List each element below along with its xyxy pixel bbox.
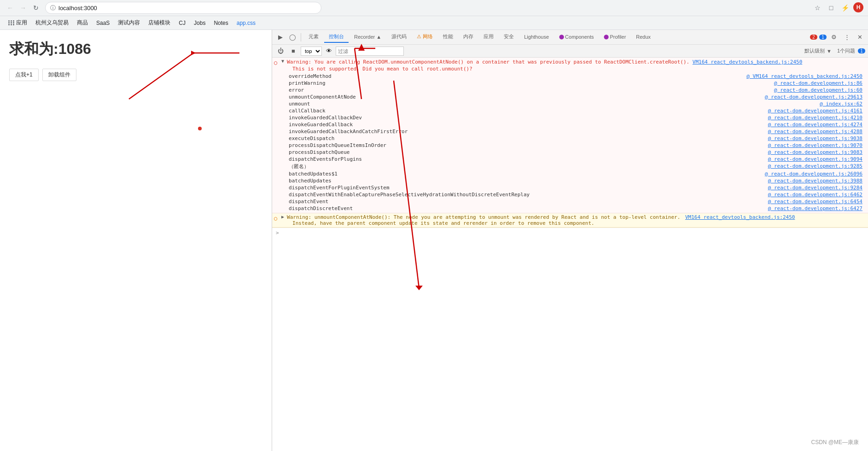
stack-row-8: invokeGuardedCallback @ react-dom.develo… [287, 121, 866, 128]
stack-source-3[interactable]: @ react-dom.development.js:60 [774, 87, 866, 93]
back-button[interactable]: ← [5, 2, 16, 13]
console-settings-button[interactable]: ■ [288, 46, 299, 57]
stack-row-10: executeDispatch @ react-dom.development.… [287, 135, 866, 142]
forward-button[interactable]: → [17, 2, 29, 13]
address-bar[interactable]: ⓘ localhost:3000 [45, 2, 321, 14]
browser-actions: ☆ □ ⚡ H [812, 2, 863, 13]
profile-button[interactable]: H [853, 2, 863, 12]
tab-network[interactable]: ⚠ 网络 [412, 31, 437, 43]
bookmark-appcss-label: app.css [237, 20, 256, 26]
close-devtools-button[interactable]: ✕ [854, 32, 865, 43]
apps-icon [8, 20, 15, 26]
stack-source-16[interactable]: @ react-dom.development.js:3988 [768, 178, 866, 184]
stack-source-18[interactable]: @ react-dom.development.js:6462 [768, 192, 866, 198]
stack-row-5: unmount @ index.jsx:62 [287, 100, 866, 107]
tab-elements[interactable]: 元素 [304, 31, 323, 43]
more-options-button[interactable]: ⋮ [841, 32, 852, 43]
bookmark-products[interactable]: 商品 [73, 18, 92, 28]
stack-row-11: processDispatchQueueItemsInOrder @ react… [287, 142, 866, 149]
stack-source-11[interactable]: @ react-dom.development.js:9070 [768, 142, 866, 148]
bookmark-cj[interactable]: CJ [175, 18, 189, 28]
lock-icon: ⓘ [50, 4, 56, 12]
extension-button[interactable]: ⚡ [839, 2, 851, 13]
stack-row-13: dispatchEventsForPlugins @ react-dom.dev… [287, 156, 866, 163]
devtools-device-button[interactable]: ◯ [287, 32, 298, 43]
tab-redux[interactable]: Redux [631, 32, 655, 42]
stack-source-15[interactable]: @ react-dom.development.js:26096 [765, 171, 866, 177]
stack-source-10[interactable]: @ react-dom.development.js:9038 [768, 135, 866, 141]
reload-button[interactable]: ↻ [30, 2, 41, 13]
devtools-toolbar: ▶ ◯ 元素 控制台 Recorder ▲ 源代码 ⚠ 网络 性能 内存 应用 … [272, 30, 868, 45]
bookmark-test-label: 测试内容 [118, 19, 140, 27]
tab-sources[interactable]: 源代码 [387, 31, 411, 43]
stack-source-20[interactable]: @ react-dom.development.js:6427 [768, 205, 866, 211]
bookmark-yiwu[interactable]: 杭州义乌贸易 [32, 18, 72, 28]
stack-source-4[interactable]: @ react-dom.development.js:29613 [765, 94, 866, 100]
stack-row-12: processDispatchQueue @ react-dom.develop… [287, 149, 866, 156]
bookmark-jobs[interactable]: Jobs [190, 18, 209, 28]
expand-arrow-1[interactable]: ▼ [281, 59, 284, 212]
tab-performance[interactable]: 性能 [438, 31, 458, 43]
stack-trace-1: overrideMethod @ VM164 react_devtools_ba… [287, 73, 866, 212]
warning-main-text: Warning: unmountComponentAtNode(): The n… [287, 214, 866, 220]
tab-application[interactable]: 应用 [479, 31, 498, 43]
stack-source-9[interactable]: @ react-dom.development.js:4288 [768, 129, 866, 135]
clear-console-button[interactable]: ⏻ [275, 46, 286, 57]
stack-source-13[interactable]: @ react-dom.development.js:9094 [768, 156, 866, 162]
error-source-main[interactable]: VM164 react_devtools_backend.js:2450 [693, 59, 806, 65]
stack-source-12[interactable]: @ react-dom.development.js:9083 [768, 149, 866, 155]
prompt-icon: > [276, 230, 279, 236]
expand-arrow-2[interactable]: ▶ [281, 214, 284, 226]
stack-row-9: invokeGuardedCallbackAndCatchFirstError … [287, 128, 866, 135]
warning-content-1: Warning: unmountComponentAtNode(): The n… [285, 214, 868, 226]
unmount-button[interactable]: 卸载组件 [42, 69, 76, 81]
stack-source-5[interactable]: @ index.jsx:62 [820, 101, 866, 107]
bookmark-saas[interactable]: SaaS [93, 18, 113, 28]
bookmark-store[interactable]: 店铺模块 [145, 18, 174, 28]
nav-buttons: ← → ↻ [5, 2, 41, 13]
stack-source-6[interactable]: @ react-dom.development.js:4161 [768, 108, 866, 114]
settings-button[interactable]: ⚙ [828, 32, 839, 43]
error-main-text-1: Warning: You are calling ReactDOM.unmoun… [287, 59, 866, 65]
error-content-1: Warning: You are calling ReactDOM.unmoun… [285, 59, 868, 212]
bookmark-notes[interactable]: Notes [210, 18, 232, 28]
stack-source-1[interactable]: @ VM164 react_devtools_backend.js:2450 [746, 73, 866, 79]
stack-row-17: dispatchEventForPluginEventSystem @ reac… [287, 184, 866, 191]
devtools-toolbar2: ⏻ ■ top 👁 默认级别 ▼ 1个问题 1 [272, 45, 868, 58]
stack-source-19[interactable]: @ react-dom.development.js:6454 [768, 199, 866, 205]
stack-source-2[interactable]: @ react-dom.development.js:86 [774, 80, 866, 86]
console-prompt: > [272, 228, 868, 238]
stack-row-18: dispatchEventWithEnableCapturePhaseSelec… [287, 191, 866, 198]
eye-button[interactable]: 👁 [324, 46, 334, 56]
stack-source-14[interactable]: @ react-dom.development.js:9285 [768, 163, 866, 170]
tab-profiler[interactable]: ⬤ Profiler [599, 32, 630, 42]
stack-source-7[interactable]: @ react-dom.development.js:4210 [768, 115, 866, 121]
devtools-inspect-button[interactable]: ▶ [275, 32, 286, 43]
tab-lighthouse[interactable]: Lighthouse [519, 32, 553, 42]
stack-row-4: unmountComponentAtNode @ react-dom.devel… [287, 94, 866, 100]
warning-count-badge: 1 [819, 35, 827, 40]
bookmark-test[interactable]: 测试内容 [114, 18, 144, 28]
tab-security[interactable]: 安全 [499, 31, 518, 43]
screen-capture-button[interactable]: □ [826, 2, 837, 13]
browser-chrome: ← → ↻ ⓘ localhost:3000 ☆ □ ⚡ H [0, 0, 868, 16]
bookmark-appcss[interactable]: app.css [233, 18, 259, 28]
warning-entry-1: ○ ▶ Warning: unmountComponentAtNode(): T… [272, 213, 868, 228]
stack-source-17[interactable]: @ react-dom.development.js:9284 [768, 185, 866, 191]
tab-components[interactable]: ⬤ Components [554, 32, 598, 42]
tab-memory[interactable]: 内存 [459, 31, 478, 43]
tab-recorder[interactable]: Recorder ▲ [350, 32, 386, 42]
warning-source[interactable]: VM164 react_devtools_backend.js:2450 [685, 214, 795, 220]
stack-row-6: callCallback @ react-dom.development.js:… [287, 107, 866, 114]
button-group: 点我+1 卸载组件 [9, 69, 262, 81]
tab-console[interactable]: 控制台 [324, 31, 349, 43]
stack-source-8[interactable]: @ react-dom.development.js:4274 [768, 122, 866, 128]
bookmark-yiwu-label: 杭州义乌贸易 [35, 19, 69, 27]
stack-row-1: overrideMethod @ VM164 react_devtools_ba… [287, 73, 866, 80]
level-select[interactable]: top [301, 47, 322, 56]
increment-button[interactable]: 点我+1 [9, 69, 39, 81]
filter-input[interactable] [336, 47, 404, 56]
bookmark-star-button[interactable]: ☆ [812, 2, 823, 13]
bookmark-apps[interactable]: 应用 [5, 18, 31, 28]
footer-text: CSDN @ME—康康 [811, 439, 859, 445]
